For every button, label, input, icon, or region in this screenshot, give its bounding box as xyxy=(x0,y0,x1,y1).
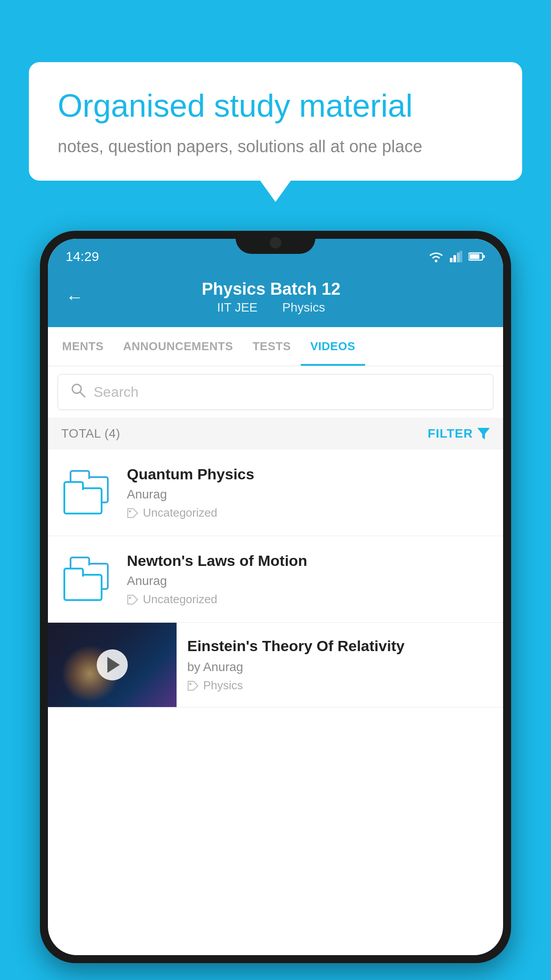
svg-rect-4 xyxy=(460,251,462,262)
svg-rect-1 xyxy=(450,258,453,262)
video-title: Einstein's Theory Of Relativity xyxy=(187,636,492,656)
tag-icon xyxy=(187,680,199,691)
video-title: Newton's Laws of Motion xyxy=(127,552,490,569)
einstein-thumbnail xyxy=(48,623,177,707)
tab-tests[interactable]: TESTS xyxy=(243,327,300,366)
filter-row: TOTAL (4) FILTER xyxy=(48,418,503,450)
svg-rect-2 xyxy=(453,255,456,262)
video-info-1: Quantum Physics Anurag Uncategorized xyxy=(127,466,490,520)
tab-videos[interactable]: VIDEOS xyxy=(301,327,365,366)
folder-thumbnail-1 xyxy=(61,466,114,519)
wifi-icon xyxy=(429,251,444,262)
phone-notch xyxy=(236,231,315,254)
folder-front-2 xyxy=(63,568,102,601)
tab-announcements[interactable]: ANNOUNCEMENTS xyxy=(114,327,243,366)
video-author: Anurag xyxy=(127,487,490,502)
promo-headline: Organised study material xyxy=(58,87,493,125)
subtitle-iit: IIT JEE xyxy=(217,300,257,314)
svg-rect-6 xyxy=(483,255,485,258)
svg-point-0 xyxy=(435,260,437,262)
folder-front xyxy=(63,481,102,514)
list-item[interactable]: Newton's Laws of Motion Anurag Uncategor… xyxy=(48,536,503,623)
svg-rect-7 xyxy=(470,254,480,259)
svg-line-9 xyxy=(80,392,85,397)
subtitle-physics: Physics xyxy=(282,300,325,314)
status-time: 14:29 xyxy=(66,249,99,264)
filter-button[interactable]: FILTER xyxy=(428,427,490,441)
phone-mockup: 14:29 xyxy=(40,231,511,980)
search-icon xyxy=(71,383,86,401)
search-bar[interactable]: Search xyxy=(58,374,493,410)
tag-icon xyxy=(127,594,138,605)
svg-point-12 xyxy=(129,597,131,599)
list-item[interactable]: Einstein's Theory Of Relativity by Anura… xyxy=(48,623,503,707)
svg-marker-10 xyxy=(477,428,490,439)
search-container: Search xyxy=(48,366,503,418)
phone-outer: 14:29 xyxy=(40,231,511,963)
folder-stack-icon xyxy=(63,470,112,514)
filter-icon xyxy=(477,428,490,439)
play-button[interactable] xyxy=(97,649,128,680)
folder-stack-icon-2 xyxy=(63,557,112,601)
svg-point-11 xyxy=(129,510,131,512)
video-title: Quantum Physics xyxy=(127,466,490,483)
svg-point-13 xyxy=(189,683,192,685)
folder-thumbnail-2 xyxy=(61,552,114,605)
back-button[interactable]: ← xyxy=(66,287,83,307)
page-title: Physics Batch 12 xyxy=(97,280,445,299)
speech-bubble: Organised study material notes, question… xyxy=(29,62,522,181)
battery-icon xyxy=(468,252,485,261)
video-author: Anurag xyxy=(127,574,490,588)
search-placeholder: Search xyxy=(94,384,138,400)
tag-icon xyxy=(127,508,138,518)
tab-ments[interactable]: MENTS xyxy=(52,327,114,366)
video-tag: Physics xyxy=(187,679,492,692)
play-triangle-icon xyxy=(107,657,120,673)
promo-card: Organised study material notes, question… xyxy=(29,62,522,181)
phone-inner: 14:29 xyxy=(48,239,503,955)
total-count: TOTAL (4) xyxy=(61,427,120,441)
status-icons xyxy=(429,251,485,262)
video-tag: Uncategorized xyxy=(127,506,490,520)
video-info-3: Einstein's Theory Of Relativity by Anura… xyxy=(177,623,503,707)
video-tag: Uncategorized xyxy=(127,593,490,606)
phone-camera xyxy=(270,237,281,249)
video-info-2: Newton's Laws of Motion Anurag Uncategor… xyxy=(127,552,490,606)
video-author: by Anurag xyxy=(187,660,492,674)
svg-rect-3 xyxy=(457,253,460,262)
tabs-bar: MENTS ANNOUNCEMENTS TESTS VIDEOS xyxy=(48,327,503,366)
app-header: ← Physics Batch 12 IIT JEE Physics xyxy=(48,270,503,327)
list-item[interactable]: Quantum Physics Anurag Uncategorized xyxy=(48,450,503,536)
header-title-block: Physics Batch 12 IIT JEE Physics xyxy=(97,280,445,315)
promo-subtext: notes, question papers, solutions all at… xyxy=(58,137,493,156)
signal-icon xyxy=(450,251,462,262)
page-subtitle: IIT JEE Physics xyxy=(97,300,445,315)
video-list: Quantum Physics Anurag Uncategorized xyxy=(48,450,503,707)
